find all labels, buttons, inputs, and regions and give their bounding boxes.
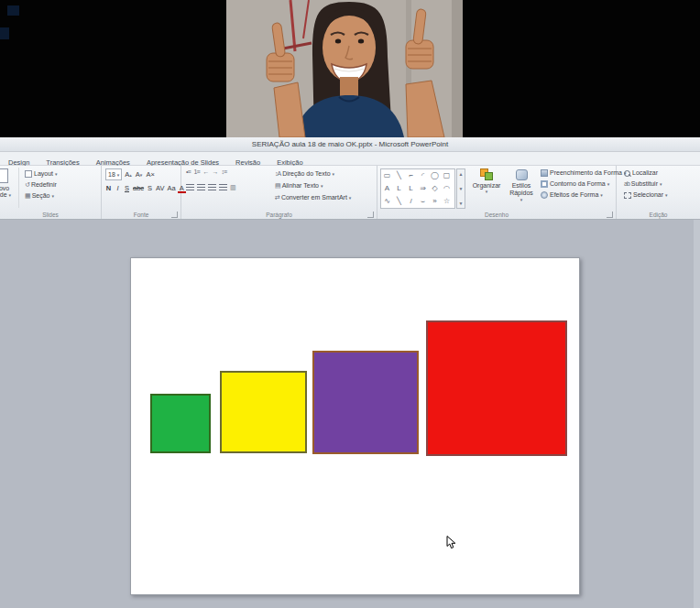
screen: SERIAÇÃO aula 18 de maio OK.pptx - Micro… [0, 0, 700, 608]
align-text-icon: ▤ [275, 180, 280, 191]
align-text-button[interactable]: ▤ Alinhar Texto ▾ [273, 179, 353, 191]
bold-button[interactable]: N [104, 184, 113, 192]
shape-gallery-item[interactable]: / [405, 195, 417, 208]
shape-gallery-item[interactable]: ╲ [393, 169, 405, 182]
shape-gallery-item[interactable]: ◜ [417, 169, 429, 182]
bullets-icon[interactable]: •≡ [186, 168, 191, 175]
scroll-up-icon[interactable]: ▲ [459, 171, 464, 177]
shape-gallery-item[interactable]: ▭ [381, 169, 393, 182]
decrease-indent-icon[interactable]: ← [203, 168, 209, 175]
section-label: Seção [32, 190, 50, 201]
overlay-fragment-1 [7, 5, 19, 16]
layout-button[interactable]: Layout ▾ [23, 168, 60, 179]
strikethrough-button[interactable]: abc [132, 184, 145, 192]
shape-effects-icon [541, 191, 548, 199]
numbering-icon[interactable]: 1≡ [194, 168, 200, 175]
window-title: SERIAÇÃO aula 18 de maio OK.pptx - Micro… [252, 140, 448, 148]
shape-gallery-item[interactable]: ◯ [429, 169, 441, 182]
presenter-thumbs-up-illustration [226, 0, 463, 137]
shape-gallery-item[interactable]: ∿ [381, 195, 393, 208]
gallery-expand-icon[interactable]: ▼ [459, 201, 464, 206]
justify-icon[interactable] [219, 184, 227, 191]
quick-styles-button[interactable]: Estilos Rápidos ▾ [504, 168, 539, 209]
font-dialog-launcher-icon[interactable] [171, 212, 178, 218]
dropdown-arrow-icon: ▾ [117, 169, 120, 180]
dropdown-arrow-icon: ▾ [607, 179, 610, 190]
dropdown-arrow-icon: ▾ [349, 192, 352, 203]
select-label: Selecionar [633, 190, 663, 201]
convert-smartart-button[interactable]: ⇄ Converter em SmartArt ▾ [273, 191, 353, 203]
slide-canvas[interactable] [130, 257, 580, 595]
italic-button[interactable]: I [114, 184, 122, 192]
columns-icon[interactable]: ▥ [230, 184, 235, 191]
align-left-icon[interactable] [186, 184, 194, 191]
font-group-label: Fonte [102, 212, 180, 218]
shapes-gallery[interactable]: ▭╲⌐◜◯▢ALL⇒◇◠∿╲/⌣»☆ [380, 168, 455, 209]
dropdown-arrow-icon: ▾ [469, 189, 504, 194]
shape-gallery-item[interactable]: » [429, 195, 441, 208]
reset-button[interactable]: ↺ Redefinir [23, 179, 60, 190]
shape-outline-button[interactable]: Contorno da Forma ▾ [539, 179, 629, 190]
grow-font-button[interactable]: A▴ [124, 170, 133, 179]
shape-outline-label: Contorno da Forma [550, 179, 606, 190]
line-spacing-icon[interactable]: ↕≡ [222, 168, 227, 175]
yellow-square[interactable] [220, 371, 307, 453]
ribbon: Novo Slide ▾ Layout ▾ ↺ Redefinir ▦ Seçã… [0, 166, 700, 220]
font-size-combobox[interactable]: 18 ▾ [105, 168, 122, 180]
underline-button[interactable]: S [123, 184, 131, 192]
shape-gallery-item[interactable]: ◠ [441, 182, 453, 195]
find-button[interactable]: Localizar [622, 168, 670, 179]
editing-group-label: Edição [617, 212, 700, 218]
shape-effects-label: Efeitos de Forma [550, 190, 598, 201]
paragraph-dialog-launcher-icon[interactable] [367, 212, 374, 218]
align-center-icon[interactable] [197, 184, 205, 191]
change-case-button[interactable]: Aa [167, 184, 177, 192]
shape-gallery-item[interactable]: ⇒ [417, 182, 429, 195]
find-icon [624, 170, 630, 177]
shape-gallery-item[interactable]: ▢ [441, 169, 453, 182]
font-size-value: 18 [108, 169, 115, 180]
dropdown-arrow-icon: ▾ [51, 190, 54, 201]
clear-formatting-button[interactable]: A× [145, 170, 155, 179]
select-button[interactable]: Selecionar ▾ [622, 190, 670, 201]
drawing-dialog-launcher-icon[interactable] [607, 212, 613, 218]
shape-gallery-item[interactable]: ⌐ [405, 169, 417, 182]
quick-styles-icon [516, 169, 528, 180]
text-direction-button[interactable]: ↕A Direção do Texto ▾ [273, 168, 353, 179]
increase-indent-icon[interactable]: → [213, 168, 218, 175]
layout-label: Layout [34, 168, 53, 179]
shape-gallery-item[interactable]: ◇ [429, 182, 441, 195]
dropdown-arrow-icon: ▾ [321, 180, 323, 191]
shrink-font-button[interactable]: A▾ [135, 170, 144, 179]
new-slide-label-top: Novo [0, 185, 19, 191]
shape-effects-button[interactable]: Efeitos de Forma ▾ [539, 190, 629, 201]
align-right-icon[interactable] [208, 184, 216, 191]
shapes-gallery-scrollbar[interactable]: ▲ ▼ ▼ [456, 168, 465, 209]
dropdown-arrow-icon: ▾ [665, 190, 668, 201]
red-square[interactable] [426, 320, 567, 456]
arrange-button[interactable]: Organizar ▾ [469, 168, 504, 209]
green-square[interactable] [150, 394, 211, 453]
replace-button[interactable]: ab Substituir ▾ [622, 179, 670, 190]
new-slide-label-bottom: Slide [0, 191, 7, 198]
smartart-icon: ⇄ [275, 192, 279, 203]
scroll-down-icon[interactable]: ▼ [459, 186, 464, 191]
character-spacing-button[interactable]: AV [155, 184, 165, 192]
ribbon-group-paragraph: •≡ 1≡ ← → ↕≡ ▥ ↕A Direção do Texto ▾ [181, 166, 377, 219]
dropdown-arrow-icon: ▾ [333, 168, 335, 179]
purple-square[interactable] [312, 351, 419, 454]
ribbon-group-slides: Novo Slide ▾ Layout ▾ ↺ Redefinir ▦ Seçã… [0, 166, 102, 219]
section-button[interactable]: ▦ Seção ▾ [23, 190, 60, 201]
shape-gallery-item[interactable]: ☆ [441, 195, 453, 208]
vertical-scrollbar[interactable] [694, 220, 700, 608]
text-shadow-button[interactable]: S [146, 184, 154, 192]
shape-gallery-item[interactable]: L [393, 182, 405, 195]
shape-fill-button[interactable]: Preenchimento da Forma ▾ [539, 168, 629, 179]
shape-gallery-item[interactable]: A [381, 182, 393, 195]
shape-gallery-item[interactable]: L [405, 182, 417, 195]
replace-label: Substituir [631, 179, 658, 190]
shape-gallery-item[interactable]: ╲ [393, 195, 405, 208]
shape-gallery-item[interactable]: ⌣ [417, 195, 429, 208]
slides-group-label: Slides [0, 212, 101, 218]
new-slide-button[interactable]: Novo Slide ▾ [0, 168, 19, 208]
